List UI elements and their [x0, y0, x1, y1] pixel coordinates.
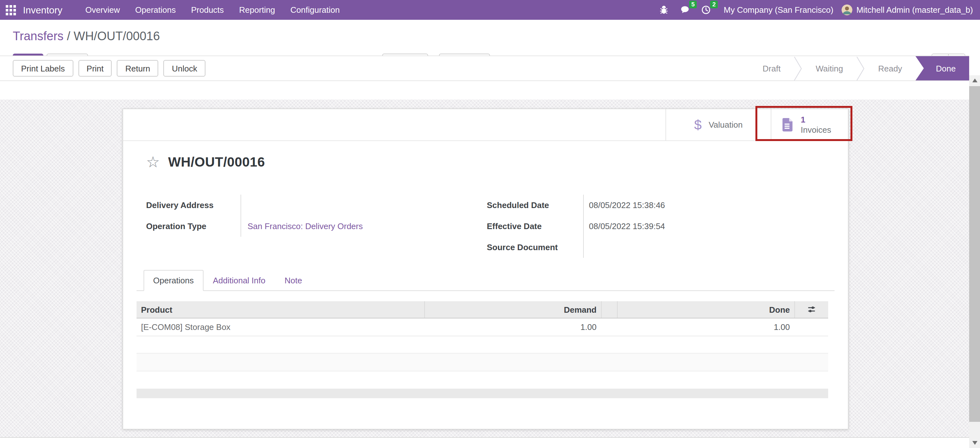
operation-type-link[interactable]: San Francisco: Delivery Orders [248, 222, 363, 231]
cell-done: 1.00 [617, 319, 794, 336]
cell-icon-spacer [794, 319, 828, 336]
messages-icon[interactable]: 5 [675, 0, 695, 20]
menu-reporting[interactable]: Reporting [232, 0, 283, 20]
stage-separator-icon [794, 56, 802, 80]
top-navbar: Inventory Overview Operations Products R… [0, 0, 980, 20]
tab-note[interactable]: Note [275, 270, 312, 291]
operations-list: Product Demand Done [E-COM08] Storage Bo… [137, 301, 828, 398]
effective-date-value: 08/05/2022 15:39:54 [583, 216, 774, 237]
return-button[interactable]: Return [117, 60, 159, 77]
breadcrumb-parent-link[interactable]: Transfers [13, 29, 64, 43]
column-header-blank [601, 301, 617, 318]
cell-product: [E-COM08] Storage Box [137, 319, 424, 336]
record-title-row: ☆ WH/OUT/00016 [146, 155, 265, 170]
menu-operations[interactable]: Operations [127, 0, 183, 20]
record-title: WH/OUT/00016 [168, 155, 265, 170]
stage-waiting[interactable]: Waiting [802, 56, 856, 80]
field-row-source-document: Source Document [487, 237, 774, 258]
unlock-button[interactable]: Unlock [164, 60, 206, 77]
menu-products[interactable]: Products [183, 0, 232, 20]
notebook: Operations Additional Info Note Product … [137, 270, 835, 398]
workflow-buttons: Print Labels Print Return Unlock [13, 60, 205, 77]
field-label: Scheduled Date [487, 200, 583, 210]
button-box-divider [123, 140, 848, 141]
field-group-left: Delivery Address Operation Type San Fran… [146, 195, 471, 237]
scrollbar-thumb[interactable] [969, 86, 980, 422]
list-bottom-bar [137, 389, 828, 398]
tab-additional-info[interactable]: Additional Info [203, 270, 275, 291]
print-document-button[interactable]: Print [78, 60, 111, 77]
field-row-delivery-address: Delivery Address [146, 195, 471, 216]
vertical-scrollbar[interactable] [969, 75, 980, 448]
breadcrumb-current: WH/OUT/00016 [74, 29, 160, 43]
field-row-scheduled-date: Scheduled Date 08/05/2022 15:38:46 [487, 195, 774, 216]
stage-separator-icon [856, 56, 865, 80]
breadcrumb: Transfers / WH/OUT/00016 [13, 29, 160, 43]
user-name: Mitchell Admin (master_data_b) [856, 5, 973, 15]
column-header-demand[interactable]: Demand [424, 301, 601, 318]
company-switcher[interactable]: My Company (San Francisco) [716, 0, 840, 20]
annotation-highlight-rectangle [756, 106, 853, 141]
menu-configuration[interactable]: Configuration [283, 0, 347, 20]
cell-demand: 1.00 [424, 319, 601, 336]
stage-draft[interactable]: Draft [749, 56, 794, 80]
delivery-address-value[interactable] [240, 195, 471, 216]
field-row-effective-date: Effective Date 08/05/2022 15:39:54 [487, 216, 774, 237]
valuation-smart-button[interactable]: $ Valuation [665, 109, 771, 140]
apps-menu-icon[interactable] [0, 0, 22, 20]
field-row-operation-type: Operation Type San Francisco: Delivery O… [146, 216, 471, 237]
user-menu[interactable]: Mitchell Admin (master_data_b) [840, 0, 980, 20]
valuation-label: Valuation [708, 120, 743, 129]
user-avatar [842, 5, 853, 15]
content-background: $ Valuation 1 [0, 100, 969, 437]
cell-blank [601, 319, 617, 336]
field-label: Source Document [487, 242, 583, 252]
field-label: Delivery Address [146, 200, 240, 210]
table-row[interactable]: [E-COM08] Storage Box 1.00 1.00 [137, 319, 828, 336]
app-name-menu[interactable]: Inventory [23, 5, 62, 15]
statusbar: Draft Waiting Ready Done [749, 56, 969, 80]
stage-done-active[interactable]: Done [916, 56, 969, 80]
field-group-right: Scheduled Date 08/05/2022 15:38:46 Effec… [487, 195, 774, 258]
dollar-icon: $ [694, 117, 702, 132]
debug-bug-icon[interactable] [653, 0, 675, 20]
scheduled-date-value: 08/05/2022 15:38:46 [583, 195, 774, 216]
field-label: Operation Type [146, 222, 240, 231]
form-sheet: $ Valuation 1 [123, 108, 849, 429]
stage-ready[interactable]: Ready [865, 56, 916, 80]
field-label: Effective Date [487, 222, 583, 231]
breadcrumb-separator: / [67, 29, 70, 43]
scrollbar-up-arrow[interactable] [969, 75, 980, 86]
favorite-star-icon[interactable]: ☆ [146, 155, 160, 170]
print-labels-button[interactable]: Print Labels [13, 60, 73, 77]
column-header-done[interactable]: Done [617, 301, 794, 318]
menu-overview[interactable]: Overview [78, 0, 127, 20]
tab-operations[interactable]: Operations [143, 270, 203, 291]
form-statusbar-row: Print Labels Print Return Unlock Draft W… [0, 56, 969, 81]
optional-columns-sliders-icon[interactable] [794, 301, 828, 318]
tab-strip: Operations Additional Info Note [137, 270, 835, 291]
empty-list-row-striped [137, 354, 828, 371]
activities-clock-icon[interactable]: 2 [695, 0, 716, 20]
systray: 5 2 My Company (San Francisco) Mitchell … [653, 0, 980, 20]
empty-list-row [137, 336, 828, 354]
source-document-value [583, 237, 774, 258]
bottom-strip [0, 437, 969, 448]
activities-badge: 2 [710, 1, 718, 8]
list-header-row: Product Demand Done [137, 301, 828, 319]
column-header-product[interactable]: Product [137, 301, 424, 318]
app-window: Inventory Overview Operations Products R… [0, 0, 980, 448]
scrollbar-down-arrow[interactable] [969, 438, 980, 448]
